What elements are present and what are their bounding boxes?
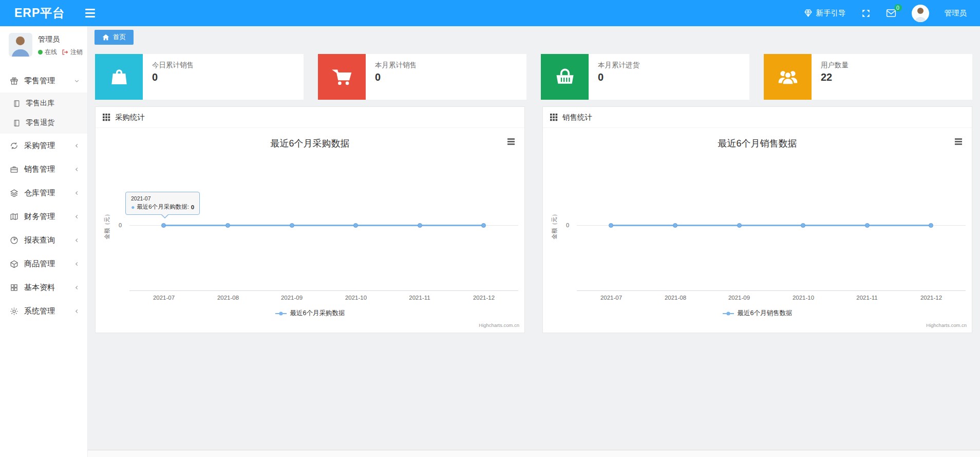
sidebar-item-label: 财务管理 [24,212,74,222]
chart-title: 最近6个月销售数据 [543,137,972,150]
data-point[interactable] [673,223,677,228]
y-axis-tick: 0 [566,222,569,228]
legend-label: 最近6个月采购数据 [290,309,345,318]
logout-link[interactable]: 注销 [70,48,83,57]
x-axis-line [577,290,966,291]
data-point[interactable] [929,223,933,228]
x-axis-tick: 2021-10 [345,295,367,301]
sidebar-item-basic-data[interactable]: 基本资料 [0,276,87,299]
sidebar-item-reports[interactable]: 报表查询 [0,228,87,252]
app-brand: ERP平台 [14,5,65,21]
tooltip-date: 2021-07 [131,195,194,202]
box-icon [10,260,18,268]
username-label[interactable]: 管理员 [945,8,967,18]
sidebar-item-label: 零售退货 [26,118,54,127]
sidebar-avatar[interactable] [9,33,32,57]
sidebar-item-label: 报表查询 [24,235,74,245]
data-point[interactable] [353,223,358,228]
sidebar-item-retail-outbound[interactable]: 零售出库 [0,94,87,113]
content-bottom-strip [88,450,980,457]
sidebar-item-label: 仓库管理 [24,188,74,198]
x-axis-tick: 2021-08 [665,295,686,301]
chart-panels-row: 采购统计 最近6个月采购数据 金额（元） 0 2021-07 2021-08 2… [95,106,972,333]
data-point[interactable] [801,223,805,228]
highcharts-credit-link[interactable]: Highcharts.com.cn [926,322,967,328]
x-axis-tick: 2021-12 [920,295,942,301]
card-value: 0 [152,71,194,83]
data-point[interactable] [161,223,166,228]
chevron-left-icon [74,237,80,243]
series-line [164,225,484,226]
purchase-stats-panel: 采购统计 最近6个月采购数据 金额（元） 0 2021-07 2021-08 2… [95,106,525,333]
sidebar-toggle-icon[interactable] [85,9,95,17]
sidebar-item-finance[interactable]: 财务管理 [0,205,87,228]
data-point[interactable] [290,223,294,228]
chart-context-menu-button[interactable] [953,137,964,147]
data-point[interactable] [609,223,613,228]
users-icon [764,54,812,100]
chart-context-menu-button[interactable] [506,137,516,147]
envelope-icon [886,9,896,17]
sidebar: 管理员 在线 注销 零售管理 [0,26,88,457]
sales-chart: 最近6个月销售数据 金额（元） 0 2021-07 2021-08 2021-0… [543,128,972,333]
purchase-chart: 最近6个月采购数据 金额（元） 0 2021-07 2021-08 2021-0… [96,128,524,333]
shopping-bag-icon [95,54,143,100]
messages-count-badge: 0 [894,4,902,11]
data-point[interactable] [481,223,486,228]
tooltip-series-dot: ● [131,204,135,211]
main-content: 首页 今日累计销售 0 本月累计销售 0 [88,26,980,457]
y-axis-tick: 0 [119,222,122,228]
th-grid-icon [103,114,110,121]
layers-icon [10,189,18,197]
card-label: 今日累计销售 [152,61,194,70]
data-point[interactable] [865,223,870,228]
sidebar-username: 管理员 [38,35,83,44]
user-avatar[interactable] [912,5,929,22]
sync-icon [10,141,18,150]
messages-button[interactable]: 0 [886,9,896,17]
card-label: 用户数量 [821,61,849,70]
sidebar-item-warehouse[interactable]: 仓库管理 [0,181,87,205]
gift-icon [10,77,18,85]
sales-stats-panel: 销售统计 最近6个月销售数据 金额（元） 0 2021-07 2021-08 2… [542,106,972,333]
card-month-sales[interactable]: 本月累计销售 0 [318,54,526,100]
sidebar-item-sales[interactable]: 销售管理 [0,157,87,181]
sidebar-item-retail[interactable]: 零售管理 [0,69,87,93]
chart-legend[interactable]: 最近6个月采购数据 [96,309,524,318]
card-label: 本月累计进货 [598,61,639,70]
guide-label: 新手引导 [816,8,846,18]
chevron-left-icon [74,308,80,314]
card-today-sales[interactable]: 今日累计销售 0 [95,54,304,100]
chevron-left-icon [74,167,80,172]
sidebar-menu: 零售管理 零售出库 零售退货 采购管理 [0,69,87,323]
card-month-purchases[interactable]: 本月累计进货 0 [541,54,749,100]
x-axis-tick: 2021-12 [473,295,495,301]
sidebar-item-system[interactable]: 系统管理 [0,299,87,323]
x-axis-line [129,290,518,291]
sidebar-item-products[interactable]: 商品管理 [0,252,87,276]
sidebar-item-label: 零售管理 [24,76,74,86]
panel-title: 销售统计 [562,113,592,122]
data-point[interactable] [418,223,422,228]
tab-home[interactable]: 首页 [95,30,134,45]
sidebar-item-purchase[interactable]: 采购管理 [0,134,87,157]
chevron-left-icon [74,285,80,290]
panel-header: 采购统计 [96,107,524,128]
guide-button[interactable]: 新手引导 [804,8,846,18]
fullscreen-button[interactable] [861,9,871,18]
online-status-dot [38,50,43,54]
card-user-count[interactable]: 用户数量 22 [764,54,972,100]
sidebar-item-retail-return[interactable]: 零售退货 [0,113,87,133]
sidebar-item-label: 零售出库 [26,99,54,108]
highcharts-credit-link[interactable]: Highcharts.com.cn [479,322,519,328]
x-axis-tick: 2021-10 [793,295,814,301]
briefcase-icon [10,165,18,174]
legend-marker-icon [723,311,734,316]
data-point[interactable] [737,223,742,228]
tooltip-series-label: 最近6个月采购数据: [137,203,189,211]
data-point[interactable] [225,223,230,228]
pie-chart-icon [10,236,18,245]
sidebar-item-label: 销售管理 [24,164,74,174]
chart-legend[interactable]: 最近6个月销售数据 [543,309,972,318]
chevron-down-icon [74,78,80,84]
